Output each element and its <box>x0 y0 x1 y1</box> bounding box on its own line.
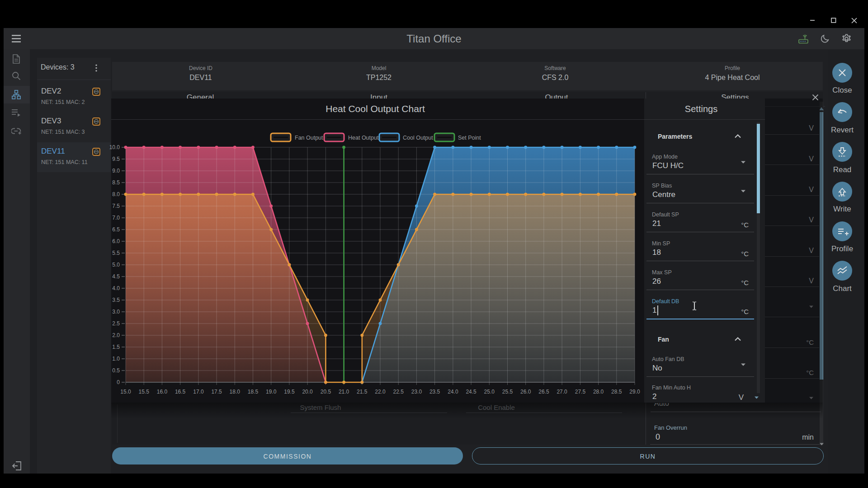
svg-text:Cool Output: Cool Output <box>403 135 433 141</box>
svg-text:23.5: 23.5 <box>429 389 440 395</box>
svg-text:7.5: 7.5 <box>112 203 120 209</box>
svg-text:6.5: 6.5 <box>112 226 120 233</box>
svg-text:10.0: 10.0 <box>109 144 120 150</box>
svg-text:22.5: 22.5 <box>393 389 404 395</box>
svg-text:17.5: 17.5 <box>211 389 222 395</box>
svg-text:2.0: 2.0 <box>112 332 120 338</box>
svg-text:16.5: 16.5 <box>175 389 186 395</box>
svg-text:4.0: 4.0 <box>112 285 120 291</box>
svg-text:21.5: 21.5 <box>357 389 368 395</box>
svg-text:18.0: 18.0 <box>230 389 241 395</box>
svg-text:25.5: 25.5 <box>502 389 513 395</box>
svg-text:25.0: 25.0 <box>484 389 495 395</box>
svg-text:2.5: 2.5 <box>112 320 120 327</box>
svg-text:20.0: 20.0 <box>302 389 313 395</box>
svg-text:17.0: 17.0 <box>193 389 204 395</box>
svg-text:29.0: 29.0 <box>629 389 640 395</box>
svg-text:24.5: 24.5 <box>466 389 476 395</box>
svg-text:16.0: 16.0 <box>157 389 168 395</box>
svg-text:1.0: 1.0 <box>112 356 120 362</box>
svg-text:20.5: 20.5 <box>321 389 331 395</box>
svg-text:28.0: 28.0 <box>593 389 604 395</box>
svg-text:19.5: 19.5 <box>284 389 295 395</box>
svg-text:8.0: 8.0 <box>112 191 120 197</box>
svg-text:5.5: 5.5 <box>112 250 120 256</box>
svg-text:22.0: 22.0 <box>375 389 386 395</box>
svg-text:27.0: 27.0 <box>557 389 567 395</box>
svg-text:18.5: 18.5 <box>248 389 259 395</box>
svg-text:26.0: 26.0 <box>520 389 531 395</box>
svg-text:19.0: 19.0 <box>266 389 277 395</box>
svg-text:Fan Output: Fan Output <box>295 135 323 141</box>
svg-text:24.0: 24.0 <box>448 389 458 395</box>
svg-text:21.0: 21.0 <box>339 389 349 395</box>
svg-text:Heat Output: Heat Output <box>348 135 379 141</box>
svg-text:9.0: 9.0 <box>112 168 120 174</box>
svg-text:15.0: 15.0 <box>120 389 131 395</box>
svg-text:0: 0 <box>117 379 120 385</box>
svg-text:15.5: 15.5 <box>139 389 150 395</box>
svg-text:3.5: 3.5 <box>112 297 120 303</box>
svg-text:4.5: 4.5 <box>112 273 120 280</box>
svg-text:26.5: 26.5 <box>538 389 549 395</box>
svg-text:1.5: 1.5 <box>112 344 120 350</box>
svg-text:28.5: 28.5 <box>611 389 622 395</box>
svg-text:9.5: 9.5 <box>112 156 120 162</box>
svg-text:6.0: 6.0 <box>112 238 120 244</box>
svg-text:8.5: 8.5 <box>112 179 120 186</box>
svg-text:5.0: 5.0 <box>112 262 120 268</box>
svg-text:Set Point: Set Point <box>458 135 481 141</box>
svg-text:7.0: 7.0 <box>112 215 120 221</box>
svg-text:3.0: 3.0 <box>112 309 120 315</box>
svg-text:0.5: 0.5 <box>112 367 120 374</box>
svg-text:23.0: 23.0 <box>411 389 422 395</box>
svg-text:27.5: 27.5 <box>575 389 586 395</box>
